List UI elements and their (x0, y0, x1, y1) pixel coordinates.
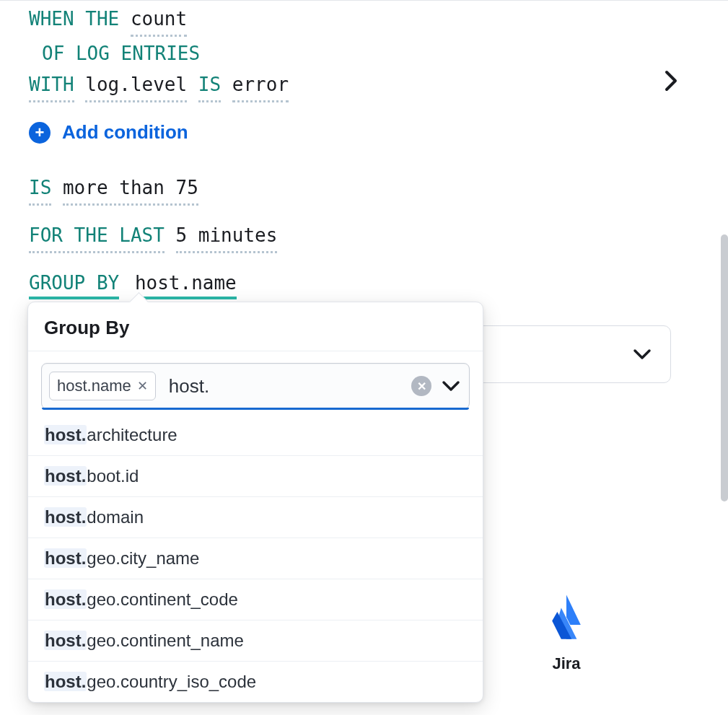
expand-condition-icon[interactable] (665, 70, 677, 95)
options-list: host.architecturehost.boot.idhost.domain… (28, 415, 483, 702)
add-condition-button[interactable]: + Add condition (29, 121, 188, 144)
kw-log: LOG (76, 43, 110, 64)
kw-entries: ENTRIES (121, 43, 201, 64)
plus-icon: + (29, 122, 51, 144)
connector-label: Jira (519, 654, 613, 673)
combo-controls: ✕ (411, 376, 460, 396)
query-row-threshold: IS more than 75 (29, 174, 699, 206)
groupby-popover: Group By host.name ✕ ✕ host.architecture… (27, 302, 483, 703)
kw-is: IS (29, 174, 51, 206)
groupby-search-input[interactable] (169, 375, 405, 398)
groupby-value[interactable]: host.name (135, 272, 237, 299)
option-item[interactable]: host.geo.continent_code (28, 579, 483, 620)
threshold-value[interactable]: more than 75 (63, 174, 198, 206)
connector-jira[interactable]: Jira (519, 592, 613, 673)
rule-editor-panel: WHEN THE count OF LOG ENTRIES WITH log.l… (0, 0, 728, 715)
time-window-value[interactable]: 5 minutes (176, 221, 278, 253)
query-row-groupby: GROUP BY host.name (29, 269, 699, 297)
condition-value[interactable]: error (232, 71, 289, 102)
kw-the: THE (85, 8, 119, 30)
kw-with: WITH (29, 71, 74, 102)
chip-remove-icon[interactable]: ✕ (137, 378, 148, 394)
kw-for-the-last: FOR THE LAST (29, 221, 165, 253)
option-item[interactable]: host.architecture (28, 415, 483, 456)
clear-input-icon[interactable]: ✕ (411, 376, 431, 396)
combo-wrap: host.name ✕ ✕ (28, 351, 483, 409)
chevron-down-icon[interactable] (442, 380, 460, 392)
query-row-for: FOR THE LAST 5 minutes (29, 221, 699, 253)
kw-is-cond: IS (198, 71, 221, 102)
query-row-of: OF LOG ENTRIES (29, 40, 699, 68)
chevron-down-icon (633, 348, 652, 360)
query-row-when: WHEN THE count (29, 5, 699, 37)
option-item[interactable]: host.domain (28, 497, 483, 538)
groupby-combobox[interactable]: host.name ✕ ✕ (41, 363, 470, 409)
condition-field[interactable]: log.level (85, 71, 187, 102)
aggregation-value[interactable]: count (131, 5, 187, 37)
scrollbar[interactable] (721, 234, 728, 501)
query-row-with: WITH log.level IS error (29, 71, 699, 102)
chip-label: host.name (57, 377, 131, 395)
add-condition-label: Add condition (62, 121, 188, 144)
selected-chip: host.name ✕ (49, 372, 156, 400)
kw-group-by[interactable]: GROUP BY (29, 272, 119, 299)
option-item[interactable]: host.geo.country_iso_code (28, 662, 483, 702)
kw-of: OF (42, 43, 64, 64)
popover-title: Group By (28, 302, 483, 351)
jira-icon (540, 592, 592, 644)
option-item[interactable]: host.geo.city_name (28, 538, 483, 579)
option-item[interactable]: host.geo.continent_name (28, 620, 483, 662)
option-item[interactable]: host.boot.id (28, 456, 483, 497)
kw-when: WHEN (29, 8, 74, 30)
